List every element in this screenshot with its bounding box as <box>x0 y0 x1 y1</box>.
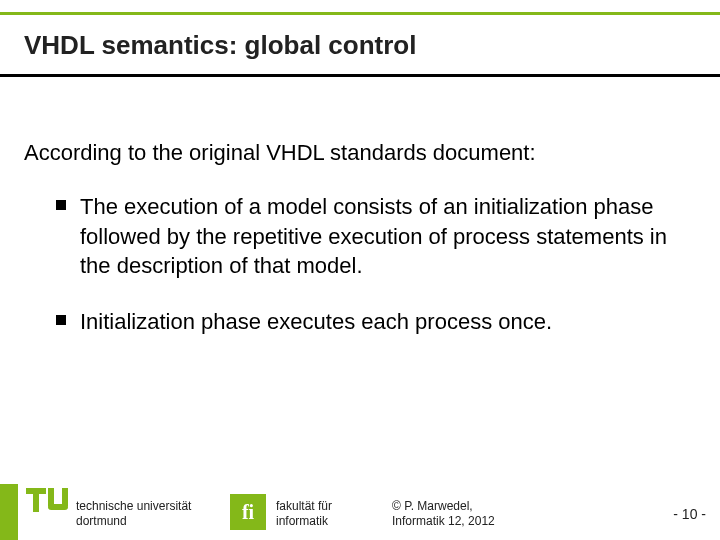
copyright: © P. Marwedel, Informatik 12, 2012 <box>392 499 495 528</box>
tu-line1: technische universität <box>76 499 191 513</box>
fi-logo-text: fi <box>242 501 254 524</box>
svg-rect-1 <box>33 488 39 512</box>
bullet-list: The execution of a model consists of an … <box>56 192 676 363</box>
tu-line2: dortmund <box>76 514 191 528</box>
intro-text: According to the original VHDL standards… <box>24 140 536 166</box>
list-item: The execution of a model consists of an … <box>56 192 676 281</box>
bullet-text: The execution of a model consists of an … <box>80 192 676 281</box>
svg-rect-2 <box>48 488 54 506</box>
slide-title: VHDL semantics: global control <box>24 30 416 61</box>
fi-line1: fakultät für <box>276 499 332 513</box>
fi-logo-icon: fi <box>230 494 266 530</box>
bullet-square-icon <box>56 200 66 210</box>
fi-affiliation: fakultät für informatik <box>276 499 332 528</box>
title-underline <box>0 74 720 77</box>
svg-rect-3 <box>62 488 68 506</box>
slide: VHDL semantics: global control According… <box>0 0 720 540</box>
bullet-text: Initialization phase executes each proce… <box>80 307 552 337</box>
footer: technische universität dortmund fi fakul… <box>0 484 720 540</box>
top-accent-bar <box>0 12 720 15</box>
bullet-square-icon <box>56 315 66 325</box>
footer-accent-box <box>0 484 18 540</box>
list-item: Initialization phase executes each proce… <box>56 307 676 337</box>
copyright-line2: Informatik 12, 2012 <box>392 514 495 528</box>
svg-rect-4 <box>48 504 68 510</box>
copyright-line1: © P. Marwedel, <box>392 499 495 513</box>
fi-line2: informatik <box>276 514 332 528</box>
tu-logo-icon <box>26 488 70 512</box>
tu-affiliation: technische universität dortmund <box>76 499 191 528</box>
page-number: - 10 - <box>673 506 706 522</box>
